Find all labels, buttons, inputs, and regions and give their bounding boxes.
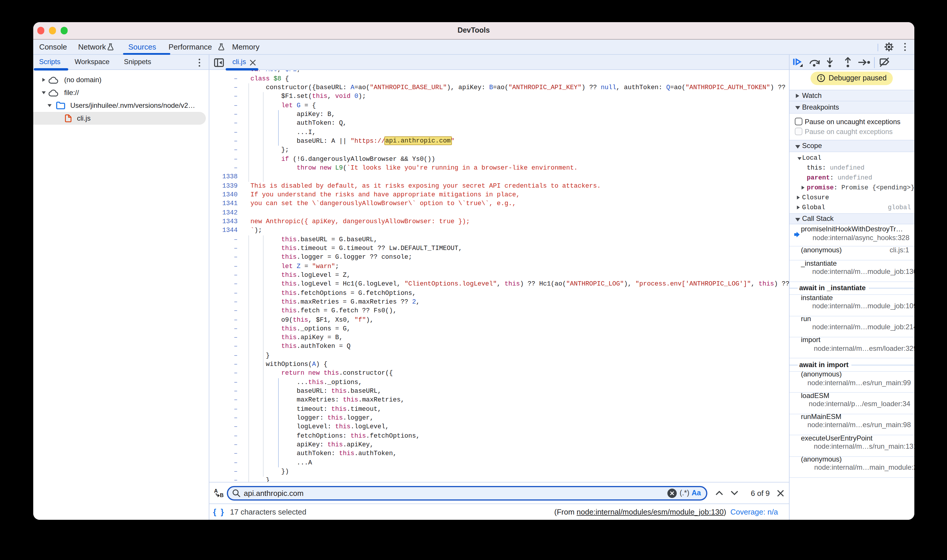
svg-text:A: A bbox=[214, 489, 218, 494]
svg-text:B: B bbox=[220, 493, 224, 498]
